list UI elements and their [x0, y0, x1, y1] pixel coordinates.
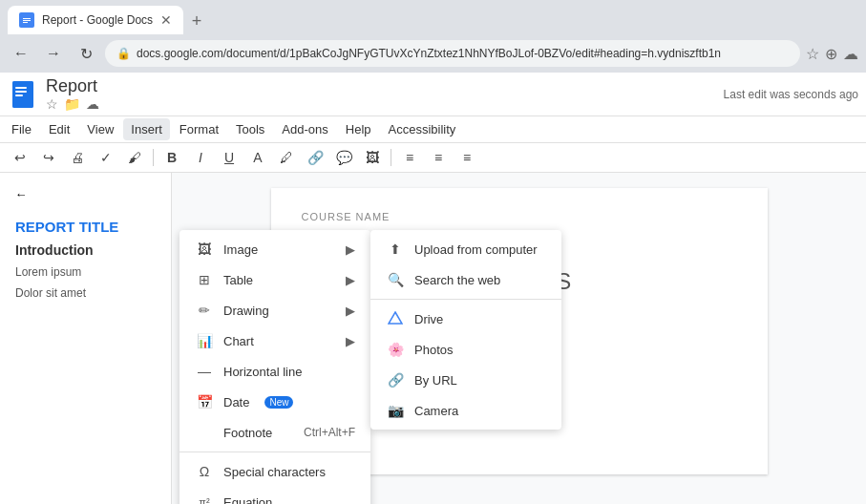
print-button[interactable]: 🖨	[65, 145, 90, 170]
image-submenu: ⬆ Upload from computer 🔍 Search the web …	[370, 230, 561, 430]
byurl-item[interactable]: 🔗 By URL	[370, 365, 561, 395]
insert-dropdown: 🖼 Image ▶ ⊞ Table ▶ ✏ Drawing ▶ 📊 Chart …	[180, 230, 370, 504]
tab-close-button[interactable]: ✕	[160, 12, 172, 28]
toolbar-separator-2	[391, 149, 391, 166]
footnote-icon	[195, 423, 214, 442]
menu-addons[interactable]: Add-ons	[274, 118, 335, 140]
address-bar[interactable]: 🔒 docs.google.com/document/d/1pBakCoJgNF…	[105, 40, 800, 67]
upload-computer-item[interactable]: ⬆ Upload from computer	[370, 234, 561, 264]
menu-view[interactable]: View	[79, 118, 121, 140]
upload-computer-label: Upload from computer	[414, 242, 538, 257]
drive-label: Drive	[414, 312, 443, 326]
insert-date-item[interactable]: 📅 Date New	[180, 387, 370, 417]
menu-help[interactable]: Help	[338, 118, 379, 140]
bold-button[interactable]: B	[159, 145, 184, 170]
document-title[interactable]: Report	[46, 76, 99, 96]
new-tab-button[interactable]: +	[183, 8, 210, 34]
redo-button[interactable]: ↪	[36, 145, 61, 170]
photos-icon: 🌸	[386, 340, 405, 359]
align-right-button[interactable]: ≡	[454, 145, 479, 170]
separator-1	[180, 452, 370, 452]
account-icon[interactable]: ⊕	[825, 45, 837, 63]
cloud-save-icon[interactable]: ☁	[86, 96, 99, 112]
upload-icon: ⬆	[386, 240, 405, 259]
search-web-label: Search the web	[414, 273, 500, 287]
link-button[interactable]: 🔗	[303, 145, 327, 170]
docs-header: Report ☆ 📁 ☁ Last edit was seconds ago	[0, 73, 866, 116]
docs-logo	[8, 79, 38, 110]
folder-icon[interactable]: 📁	[64, 96, 80, 112]
camera-icon: 📷	[386, 401, 405, 420]
active-tab[interactable]: Report - Google Docs ✕	[8, 6, 183, 34]
title-icons: ☆ 📁 ☁	[46, 96, 99, 112]
menu-format[interactable]: Format	[172, 118, 226, 140]
main-content: ← REPORT TITLE Introduction Lorem ipsum …	[0, 173, 866, 504]
svg-rect-7	[15, 91, 27, 93]
drive-item[interactable]: Drive	[370, 304, 561, 334]
menu-edit[interactable]: Edit	[41, 118, 77, 140]
photos-label: Photos	[414, 343, 453, 357]
byurl-label: By URL	[414, 373, 457, 388]
search-web-item[interactable]: 🔍 Search the web	[370, 264, 561, 295]
spellcheck-button[interactable]: ✓	[94, 145, 118, 170]
lock-icon: 🔒	[116, 47, 131, 60]
url-text: docs.google.com/document/d/1pBakCoJgNFyG…	[137, 47, 721, 60]
insert-drawing-item[interactable]: ✏ Drawing ▶	[180, 295, 370, 326]
chart-icon: 📊	[195, 331, 214, 350]
comment-button[interactable]: 💬	[331, 145, 356, 170]
align-left-button[interactable]: ≡	[397, 145, 422, 170]
insert-special-chars-item[interactable]: Ω Special characters	[180, 456, 370, 487]
drive-icon	[386, 309, 405, 328]
insert-hline-item[interactable]: — Horizontal line	[180, 356, 370, 387]
photos-item[interactable]: 🌸 Photos	[370, 334, 561, 365]
undo-button[interactable]: ↩	[8, 145, 32, 170]
align-center-button[interactable]: ≡	[426, 145, 451, 170]
menu-accessibility[interactable]: Accessibility	[381, 118, 464, 140]
paint-format-button[interactable]: 🖌	[122, 145, 147, 170]
submenu-separator-1	[370, 299, 561, 300]
menu-tools[interactable]: Tools	[228, 118, 272, 140]
byurl-icon: 🔗	[386, 370, 405, 389]
menu-file[interactable]: File	[4, 118, 39, 140]
svg-rect-5	[12, 81, 33, 108]
sidebar-body2[interactable]: Dolor sit amet	[8, 283, 163, 304]
sidebar-back-button[interactable]: ←	[8, 180, 34, 207]
forward-button[interactable]: →	[40, 40, 67, 67]
underline-button[interactable]: U	[217, 145, 242, 170]
tab-favicon	[19, 12, 34, 28]
insert-table-label: Table	[223, 273, 253, 287]
italic-button[interactable]: I	[188, 145, 213, 170]
sidebar-subheading[interactable]: Introduction	[8, 239, 163, 262]
docs-title-area: Report ☆ 📁 ☁	[46, 76, 99, 112]
date-icon: 📅	[195, 392, 214, 411]
insert-footnote-item[interactable]: Footnote Ctrl+Alt+F	[180, 417, 370, 448]
cloud-icon[interactable]: ☁	[843, 45, 858, 63]
camera-item[interactable]: 📷 Camera	[370, 395, 561, 426]
doc-course: COURSE NAME	[302, 211, 737, 222]
equation-icon: π²	[195, 493, 214, 504]
sidebar-body1[interactable]: Lorem ipsum	[8, 262, 163, 283]
menu-insert[interactable]: Insert	[123, 118, 170, 140]
insert-hline-label: Horizontal line	[223, 365, 302, 379]
insert-table-item[interactable]: ⊞ Table ▶	[180, 264, 370, 295]
back-button[interactable]: ←	[8, 40, 34, 67]
image-button[interactable]: 🖼	[360, 145, 385, 170]
insert-special-chars-label: Special characters	[223, 465, 326, 479]
bookmark-icon[interactable]: ☆	[806, 45, 819, 63]
insert-drawing-label: Drawing	[223, 304, 269, 318]
tab-title: Report - Google Docs	[42, 13, 153, 27]
table-arrow-icon: ▶	[346, 273, 355, 287]
insert-equation-item[interactable]: π² Equation	[180, 487, 370, 504]
insert-chart-item[interactable]: 📊 Chart ▶	[180, 326, 370, 356]
last-edit-text: Last edit was seconds ago	[724, 88, 858, 101]
hline-icon: —	[195, 362, 214, 381]
table-icon: ⊞	[195, 270, 214, 289]
sidebar-heading[interactable]: REPORT TITLE	[8, 215, 163, 239]
font-color-button[interactable]: A	[245, 145, 270, 170]
refresh-button[interactable]: ↻	[73, 40, 99, 67]
insert-image-item[interactable]: 🖼 Image ▶	[180, 234, 370, 264]
svg-rect-1	[23, 18, 31, 19]
highlight-button[interactable]: 🖊	[274, 145, 299, 170]
star-icon[interactable]: ☆	[46, 96, 58, 112]
svg-rect-6	[15, 87, 27, 89]
